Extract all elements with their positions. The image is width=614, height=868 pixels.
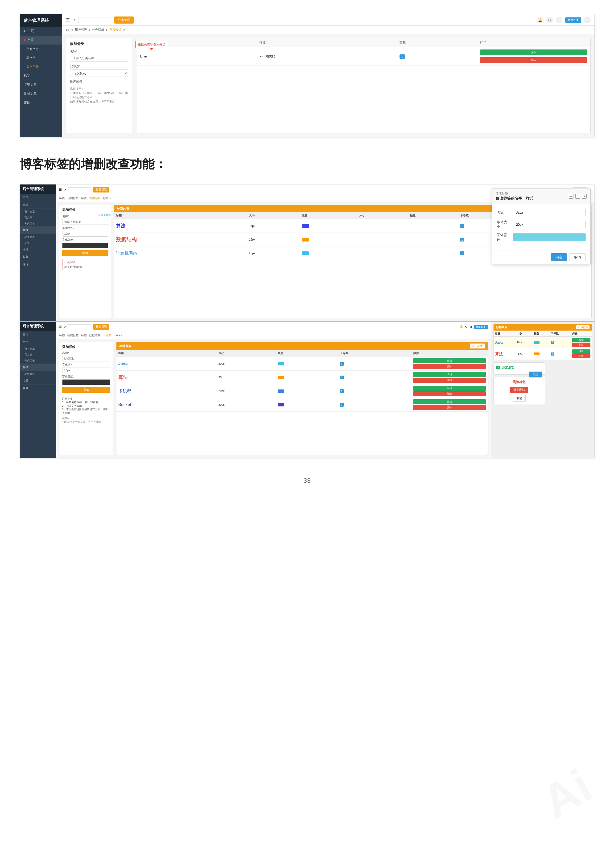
sidebar-item-articles[interactable]: 文章 xyxy=(20,36,62,45)
ss2-menu-liked[interactable]: 点赞 xyxy=(20,246,56,253)
lower-edit-algo[interactable]: 编辑 xyxy=(413,372,485,377)
edit-button-1[interactable]: 编辑 xyxy=(480,50,587,55)
sidebar-item-home[interactable]: 主页 xyxy=(20,26,62,36)
lower-edit-thread[interactable]: 编辑 xyxy=(413,386,485,391)
ss2-sub-1[interactable]: 所有文章 xyxy=(20,209,56,215)
ss2-menu-fav[interactable]: 收藏 xyxy=(20,253,56,261)
ss2-sub-tags-list[interactable]: 标签列表 xyxy=(20,234,56,240)
ss2-menu-icon[interactable]: ☰ xyxy=(59,188,62,191)
sidebar-item-write[interactable]: 写文章 xyxy=(20,53,62,62)
ss2-name-input[interactable] xyxy=(62,219,108,225)
ss2-lower-name-label: 名称* xyxy=(62,351,110,355)
dialog-input-size[interactable] xyxy=(513,221,586,228)
ss2-sub-2[interactable]: 写文章 xyxy=(20,215,56,220)
ss2-search-input[interactable] xyxy=(68,187,91,192)
sidebar-item-tags[interactable]: 标签 xyxy=(20,71,62,81)
dialog-maximize[interactable]: □ xyxy=(575,194,580,198)
bc-user-mgmt[interactable]: 用户管理 xyxy=(75,28,87,32)
form-input-name-1[interactable] xyxy=(70,55,128,62)
confirm-delete-btn[interactable]: 确定删除 xyxy=(510,387,528,393)
ss2-lower-settings[interactable]: ⚙ xyxy=(465,325,468,329)
ss2-topbar-btn[interactable]: 标签管理 xyxy=(93,187,109,192)
cell-tag-ds: 数据结构 xyxy=(114,233,247,246)
ss2-lower-sub1[interactable]: 所有文章 xyxy=(20,346,56,352)
ss2-lower-menu-icon[interactable]: ☰ xyxy=(59,325,62,329)
ss2-lower-sub2[interactable]: 写文章 xyxy=(20,352,56,358)
search-input-1[interactable] xyxy=(78,17,111,23)
dialog-color-picker[interactable] xyxy=(513,233,586,241)
lrt-delete-java[interactable]: 删除 xyxy=(572,343,591,347)
lower-row-algo: 算法 25px 1 编辑 删除 xyxy=(116,370,488,384)
bell-icon[interactable]: 🔔 xyxy=(537,17,544,23)
topbar-btn-1[interactable]: 分类管理 xyxy=(114,17,134,23)
ss2-menu-home[interactable]: 主页 xyxy=(20,194,56,201)
lower-cell-java-count: 1 xyxy=(338,357,411,370)
sidebar-item-comments[interactable]: 评论 xyxy=(20,98,62,107)
settings-icon[interactable]: ⚙ xyxy=(546,17,553,23)
ss2-menu-article[interactable]: 文章 xyxy=(20,201,56,209)
ss2-lower-sub3[interactable]: 分类目录 xyxy=(20,358,56,364)
lower-edit-java[interactable]: 编辑 xyxy=(413,358,485,363)
sidebar-item-favorites[interactable]: 收藏文章 xyxy=(20,89,62,98)
ss2-lower-bell[interactable]: 🔔 xyxy=(460,325,463,329)
ss2-main-lower: ☰ ⟳ 标签管理 🔔 ⚙ ⊞ admin ▼ 标签 › 新增标签 › 标签 › … xyxy=(56,322,491,458)
ss2-refresh-icon[interactable]: ⟳ xyxy=(64,188,66,191)
ss2-lower-home[interactable]: 主页 xyxy=(20,331,56,338)
lower-table-add-btn[interactable]: 添加标签 xyxy=(470,344,485,349)
ss2-lower-search-input[interactable] xyxy=(68,324,91,329)
cancel-delete-btn[interactable]: 取消 xyxy=(513,395,526,402)
dialog-minimize[interactable]: — xyxy=(569,194,574,198)
confirm-ok-btn[interactable]: 确定 xyxy=(529,372,542,377)
ss2-size-input[interactable] xyxy=(62,231,108,237)
lower-edit-socket[interactable]: 编辑 xyxy=(413,399,485,404)
sidebar-item-liked[interactable]: 点赞文章 xyxy=(20,81,62,89)
ss2-lower-add-btn[interactable]: 添加 xyxy=(62,387,110,393)
form-select-parent-1[interactable]: 无父级点 xyxy=(70,70,128,77)
ss2-lower-admin[interactable]: admin ▼ xyxy=(474,325,488,329)
refresh-icon-1[interactable]: ⟳ xyxy=(73,18,75,22)
ss2-color-picker[interactable] xyxy=(62,243,108,248)
ss2-lower-fav[interactable]: 收藏 xyxy=(20,384,56,392)
ss2-lower-topbar-btn[interactable]: 标签管理 xyxy=(93,324,109,330)
ss2-lower-article[interactable]: 文章 xyxy=(20,338,56,346)
lower-delete-java[interactable]: 删除 xyxy=(413,364,485,369)
ss2-lower-grid[interactable]: ⊞ xyxy=(470,325,472,329)
lrt-edit-algo[interactable]: 编辑 xyxy=(572,349,591,353)
lower-tag-display-java: Java xyxy=(118,361,128,366)
ss2-lower-refresh-icon[interactable]: ⟳ xyxy=(64,325,66,329)
ss2-add-btn[interactable]: 添加 xyxy=(62,250,108,256)
admin-user-badge[interactable]: admin ▼ xyxy=(565,17,581,23)
delete-button-1[interactable]: 删除 xyxy=(480,57,587,63)
menu-icon-1[interactable]: ☰ xyxy=(66,17,70,23)
ss2-lower-liked[interactable]: 点赞 xyxy=(20,377,56,384)
ss2-lower-tags-list[interactable]: 标签列表 xyxy=(20,371,56,377)
lrt-edit-java[interactable]: 编辑 xyxy=(572,338,591,342)
lower-delete-thread[interactable]: 删除 xyxy=(413,391,485,396)
ss2-lower-name-input[interactable] xyxy=(62,356,110,361)
ss2-sub-tags[interactable]: 标签 xyxy=(20,240,56,246)
lower-delete-socket[interactable]: 删除 xyxy=(413,405,485,410)
dialog-input-name[interactable] xyxy=(513,209,586,216)
ss2-lower-tags[interactable]: 标签 xyxy=(20,364,56,371)
lower-rt-add-btn[interactable]: 添加标签 xyxy=(576,326,589,329)
dialog-close[interactable]: × xyxy=(582,194,587,198)
lower-cell-thread-count: 1 xyxy=(338,384,411,398)
sidebar-item-categories[interactable]: 分类目录 xyxy=(20,62,62,71)
grid-icon[interactable]: ⊞ xyxy=(556,17,562,23)
lower-delete-algo[interactable]: 删除 xyxy=(413,378,485,383)
th-size: 大小 xyxy=(247,212,300,219)
ss2-lower-size-label: 字体大小 xyxy=(62,363,110,367)
bc-home[interactable]: ○ xyxy=(71,28,73,32)
ss2-lower-size-input[interactable] xyxy=(62,367,110,373)
sidebar-item-all-articles[interactable]: 所有文章 xyxy=(20,45,62,53)
bc-categories[interactable]: 分类目录 xyxy=(92,28,104,32)
ss2-sub-3[interactable]: 分类目录 xyxy=(20,220,56,226)
ss2-lower-color-picker[interactable] xyxy=(62,379,110,385)
more-icon[interactable]: ⋮ xyxy=(584,17,591,23)
bc-search[interactable]: 搜索分类 xyxy=(109,28,121,32)
dialog-cancel-btn[interactable]: 取消 xyxy=(569,253,586,261)
ss2-menu-tags[interactable]: 标签 xyxy=(20,226,56,234)
lrt-delete-algo[interactable]: 删除 xyxy=(572,354,591,358)
ss2-menu-comments[interactable]: 评论 xyxy=(20,261,56,268)
dialog-confirm-btn[interactable]: 确定 xyxy=(551,253,567,261)
